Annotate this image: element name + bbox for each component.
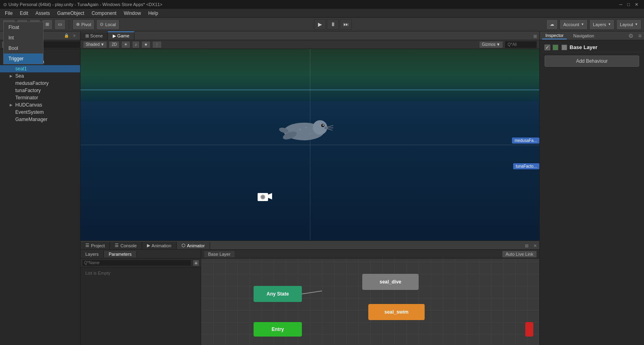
inspector-checkbox-1[interactable]: ✓ xyxy=(545,45,550,50)
close-bottom-icon[interactable]: ✕ xyxy=(531,242,539,249)
layout-btn[interactable]: Layout ▼ xyxy=(616,19,642,30)
twod-btn[interactable]: 2D xyxy=(109,41,120,48)
svg-point-10 xyxy=(299,128,301,131)
animator-search-input[interactable] xyxy=(82,260,191,266)
layers-btn[interactable]: Layers ▼ xyxy=(589,19,615,30)
sub-tab-layers[interactable]: Layers xyxy=(80,251,104,257)
pause-btn[interactable]: ⏸ xyxy=(327,19,339,30)
hier-item-sea[interactable]: ▶ Sea xyxy=(0,72,80,80)
node-any-state[interactable]: Any State xyxy=(254,286,302,302)
tab-animator[interactable]: ⬡ Animator xyxy=(177,242,210,249)
account-dropdown-arrow-icon: ▼ xyxy=(581,23,584,26)
auto-live-link-btn[interactable]: Auto Live Link xyxy=(502,251,537,258)
menu-component[interactable]: Component xyxy=(88,10,120,17)
maximize-btn[interactable]: □ xyxy=(625,2,632,7)
inspector-color-2[interactable] xyxy=(561,45,567,50)
hier-item-tuna-factory[interactable]: tunaFactory xyxy=(0,87,80,94)
menu-file[interactable]: File xyxy=(2,10,16,17)
shaded-btn[interactable]: Shaded ▼ xyxy=(83,41,107,48)
animator-sub-tabs: Layers Parameters xyxy=(80,250,201,259)
hier-item-seal1[interactable]: seal1 xyxy=(0,65,80,72)
dropdown-float[interactable]: Float xyxy=(4,22,43,33)
scene-options-btn[interactable]: ⋮ xyxy=(152,41,162,48)
toolbar-center: ▶ ⏸ ⏭ xyxy=(121,19,545,30)
minimize-btn[interactable]: ─ xyxy=(617,2,625,7)
node-exit-red[interactable] xyxy=(525,322,533,337)
animator-grid xyxy=(201,250,539,345)
menu-icon[interactable]: ≡ xyxy=(71,33,78,39)
hier-item-label: seal1 xyxy=(15,66,27,72)
pivot-btn[interactable]: ⊕ Pivot xyxy=(72,19,95,30)
menu-edit[interactable]: Edit xyxy=(17,10,31,17)
local-btn[interactable]: ⊙ Local xyxy=(96,19,119,30)
hierarchy-panel: Hierarchy 🔒 ≡ Create ▼ ▼ ⊙ play* Main Ca… xyxy=(0,31,80,345)
unity-logo-icon: ⊙ xyxy=(3,2,7,7)
maximize-bottom-icon[interactable]: ⊞ xyxy=(522,242,531,249)
add-behaviour-btn[interactable]: Add Behaviour xyxy=(545,55,639,67)
maximize-scene-icon[interactable]: ⊞ xyxy=(531,33,539,40)
menu-help[interactable]: Help xyxy=(145,10,161,17)
tab-scene[interactable]: ⊞ Scene xyxy=(80,32,108,40)
animator-left-panel: Layers Parameters + List is Empty Float … xyxy=(80,250,201,345)
tab-animation[interactable]: ▶ Animation xyxy=(142,242,177,249)
bottom-tabs: ☰ Project ☰ Console ▶ Animation ⬡ Animat… xyxy=(80,241,539,250)
sub-tab-parameters[interactable]: Parameters xyxy=(104,251,137,257)
node-seal-swim[interactable]: seal_swim xyxy=(368,304,425,320)
inspector-settings-icon[interactable]: ⚙ xyxy=(628,33,634,39)
scene-search[interactable] xyxy=(505,41,537,48)
medusa-factory-label[interactable]: medusaFa... xyxy=(512,138,539,144)
tab-console[interactable]: ☰ Console xyxy=(110,242,142,249)
inspector-panel: Inspector Navigation ⚙ ≡ ✓ Base Layer Ad… xyxy=(539,31,644,345)
menu-assets[interactable]: Assets xyxy=(32,10,53,17)
hierarchy-content: ▼ ⊙ play* Main Camera seal1 ▶ Sea medusa… xyxy=(0,49,80,345)
fx-btn[interactable]: ★ xyxy=(141,41,151,48)
svg-point-15 xyxy=(261,195,264,199)
scene-tabs: ⊞ Scene ▶ Game ⊞ xyxy=(80,31,539,40)
svg-line-7 xyxy=(327,129,332,130)
menu-window[interactable]: Window xyxy=(120,10,144,17)
animator-add-param-btn[interactable]: + xyxy=(193,260,199,266)
pivot-icon: ⊕ xyxy=(76,22,80,27)
hier-item-eventsystem[interactable]: EventSystem xyxy=(0,109,80,116)
tab-navigation[interactable]: Navigation xyxy=(570,33,597,39)
scale-tool-btn[interactable]: ⊞ xyxy=(42,19,53,30)
project-icon: ☰ xyxy=(85,243,89,248)
account-btn[interactable]: Account ▼ xyxy=(559,19,588,30)
step-btn[interactable]: ⏭ xyxy=(340,19,352,30)
audio-btn[interactable]: ♪ xyxy=(132,41,140,48)
tab-game[interactable]: ▶ Game xyxy=(108,31,134,40)
dropdown-trigger[interactable]: Trigger xyxy=(4,53,43,64)
hier-item-label: Terminator xyxy=(15,95,38,101)
menu-gameobject[interactable]: GameObject xyxy=(54,10,87,17)
hier-item-label: tunaFactory xyxy=(15,88,41,93)
lock-icon[interactable]: 🔒 xyxy=(63,33,70,39)
hier-item-hudcanvas[interactable]: ▶ HUDCanvas xyxy=(0,101,80,109)
hier-item-label: HUDCanvas xyxy=(15,102,42,108)
rect-tool-btn[interactable]: ▭ xyxy=(54,19,66,30)
light-btn[interactable]: ☀ xyxy=(121,41,130,48)
expand-icon: ▶ xyxy=(10,103,14,107)
bottom-panel: ☰ Project ☰ Console ▶ Animation ⬡ Animat… xyxy=(80,240,539,345)
play-btn[interactable]: ▶ xyxy=(314,19,326,30)
camera-icon xyxy=(258,191,272,204)
panel-controls: 🔒 ≡ xyxy=(63,33,78,39)
gizmos-btn[interactable]: Gizmos ▼ xyxy=(479,41,503,48)
scene-view: medusaFa... tunaFacto... xyxy=(80,49,539,240)
tuna-factory-label[interactable]: tunaFacto... xyxy=(513,163,539,169)
hier-item-medusa-factory[interactable]: medusaFactory xyxy=(0,80,80,87)
animator-graph[interactable]: Base Layer Auto Live Link xyxy=(201,250,539,345)
inspector-color-1[interactable] xyxy=(553,45,558,50)
dropdown-int[interactable]: Int xyxy=(4,33,43,43)
close-btn[interactable]: ✕ xyxy=(632,2,641,7)
dropdown-bool[interactable]: Bool xyxy=(4,43,43,53)
cloud-btn[interactable]: ☁ xyxy=(546,19,558,30)
hier-item-gamemanager[interactable]: GameManager xyxy=(0,116,80,123)
layout-dropdown-arrow-icon: ▼ xyxy=(635,23,638,26)
inspector-menu-icon[interactable]: ≡ xyxy=(638,33,642,39)
node-entry[interactable]: Entry xyxy=(254,322,302,337)
tab-project[interactable]: ☰ Project xyxy=(80,242,110,249)
tab-inspector[interactable]: Inspector xyxy=(542,32,567,39)
hier-item-terminator[interactable]: Terminator xyxy=(0,94,80,101)
node-seal-dive[interactable]: seal_dive xyxy=(362,274,419,290)
animator-base-layer-tab[interactable]: Base Layer xyxy=(204,251,235,258)
